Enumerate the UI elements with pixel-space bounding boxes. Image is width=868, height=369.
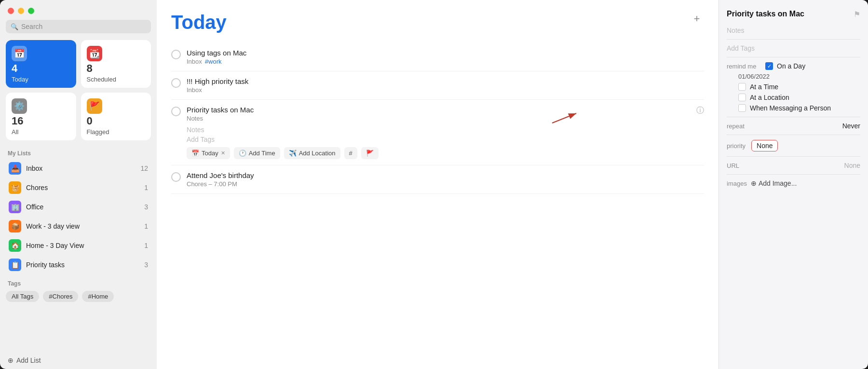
inbox-count: 12: [140, 164, 148, 172]
task-complete-3[interactable]: [171, 107, 181, 116]
search-input[interactable]: Search: [21, 23, 42, 30]
add-location-chip[interactable]: ✈️ Add Location: [284, 147, 340, 159]
clock-icon: 🕐: [239, 150, 246, 157]
sidebar-item-work3day[interactable]: 📦 Work - 3 day view 1: [4, 217, 153, 236]
page-title: Today: [171, 12, 227, 33]
task-body-3: Priority tasks on Mac Notes: [187, 106, 691, 122]
detail-tags-value[interactable]: Add Tags: [727, 44, 860, 52]
images-row: images ⊕ Add Image...: [727, 175, 860, 192]
smart-list-scheduled[interactable]: 📆 8 Scheduled: [81, 40, 151, 88]
sidebar-item-inbox[interactable]: 📥 Inbox 12: [4, 159, 153, 178]
add-time-label: Add Time: [249, 150, 275, 157]
task-complete-2[interactable]: [171, 78, 181, 88]
scheduled-count: 8: [87, 63, 146, 74]
office-count: 3: [144, 203, 148, 211]
tags-placeholder[interactable]: Add Tags: [187, 136, 704, 143]
remind-on-day-label[interactable]: On a Day: [777, 62, 805, 70]
priority-icon: 📋: [9, 259, 21, 271]
detail-flag-button[interactable]: ⚑: [854, 10, 860, 19]
minimize-button[interactable]: [18, 8, 24, 14]
repeat-value[interactable]: Never: [842, 122, 860, 130]
today-chip-close[interactable]: ✕: [221, 150, 225, 156]
search-bar[interactable]: 🔍 Search: [6, 20, 151, 33]
sidebar-item-home3day[interactable]: 🏠 Home - 3 Day View 1: [4, 236, 153, 255]
inbox-icon: 📥: [9, 162, 21, 175]
add-time-chip[interactable]: 🕐 Add Time: [234, 147, 280, 159]
task-tag-1[interactable]: #work: [205, 58, 222, 65]
task-sub-4: Chores – 7:00 PM: [187, 180, 704, 188]
task-title-3[interactable]: Priority tasks on Mac: [187, 106, 691, 114]
remind-date: 01/06/2022: [738, 73, 860, 80]
smart-list-all[interactable]: ⚙️ 16 All: [6, 93, 76, 140]
sidebar: 🔍 Search 📅 4 Today 📆 8 Scheduled ⚙️ 16 A…: [0, 0, 157, 369]
detail-panel: Priority tasks on Mac ⚑ Notes Add Tags r…: [719, 0, 868, 369]
at-time-checkbox[interactable]: [738, 83, 746, 91]
smart-lists: 📅 4 Today 📆 8 Scheduled ⚙️ 16 All 🚩 0 Fl…: [0, 40, 157, 147]
task-complete-4[interactable]: [171, 172, 181, 182]
today-chip[interactable]: 📅 Today ✕: [187, 147, 230, 159]
detail-repeat-row: repeat Never: [727, 117, 860, 135]
main-content: Today + Using tags on Mac Inbox #work: [157, 0, 719, 369]
at-location-label[interactable]: At a Location: [750, 94, 789, 101]
priority-count: 3: [144, 261, 148, 269]
url-value: None: [844, 162, 860, 169]
all-count: 16: [12, 116, 70, 126]
my-lists-header: My Lists: [0, 147, 157, 159]
remind-at-time-row: At a Time: [738, 83, 860, 91]
add-location-label: Add Location: [299, 150, 336, 157]
at-time-label[interactable]: At a Time: [750, 83, 778, 91]
detail-notes-field: Notes: [727, 22, 860, 40]
search-icon: 🔍: [11, 23, 18, 30]
calendar-icon: 📅: [191, 150, 199, 157]
priority-value[interactable]: None: [751, 140, 778, 151]
task-sub-1: Inbox #work: [187, 58, 704, 65]
messaging-checkbox[interactable]: [738, 104, 746, 112]
detail-notes-value[interactable]: Notes: [727, 27, 860, 34]
messaging-label[interactable]: When Messaging a Person: [750, 104, 831, 112]
sidebar-item-chores[interactable]: 🧺 Chores 1: [4, 178, 153, 197]
scheduled-icon: 📆: [87, 46, 102, 61]
priority-label: priority: [727, 142, 746, 150]
url-row: URL None: [727, 157, 860, 175]
scheduled-label: Scheduled: [87, 76, 146, 83]
task-body-1: Using tags on Mac Inbox #work: [187, 49, 704, 65]
task-complete-1[interactable]: [171, 50, 181, 59]
remind-on-day-checkbox[interactable]: [765, 62, 773, 70]
task-title-1[interactable]: Using tags on Mac: [187, 49, 704, 57]
task-info-icon-3[interactable]: ⓘ: [696, 106, 704, 116]
flag-chip[interactable]: 🚩: [361, 147, 379, 159]
flagged-count: 0: [87, 116, 146, 126]
close-button[interactable]: [8, 8, 14, 14]
tag-all[interactable]: All Tags: [6, 291, 39, 302]
images-label: images: [727, 180, 747, 187]
hashtag-chip[interactable]: #: [344, 147, 357, 159]
inbox-label: Inbox: [26, 164, 136, 172]
home3day-count: 1: [144, 242, 148, 249]
sidebar-item-office[interactable]: 🏢 Office 3: [4, 197, 153, 217]
chores-count: 1: [144, 184, 148, 191]
maximize-button[interactable]: [28, 8, 34, 14]
smart-list-flagged[interactable]: 🚩 0 Flagged: [81, 93, 151, 140]
add-list-button[interactable]: ⊕ Add List: [0, 352, 157, 369]
add-image-button[interactable]: ⊕ Add Image...: [751, 179, 797, 187]
tag-home[interactable]: #Home: [82, 291, 114, 302]
task-list-1: Inbox: [187, 58, 202, 65]
tag-chores[interactable]: #Chores: [43, 291, 78, 302]
add-task-button[interactable]: +: [690, 12, 704, 26]
work3day-count: 1: [144, 222, 148, 230]
at-location-checkbox[interactable]: [738, 94, 746, 101]
detail-header: Priority tasks on Mac ⚑: [727, 10, 860, 19]
task-title-2[interactable]: !!! High priority task: [187, 77, 704, 85]
hashtag-icon: #: [349, 150, 353, 157]
smart-list-today[interactable]: 📅 4 Today: [6, 40, 76, 88]
today-chip-label: Today: [202, 150, 218, 157]
task-row-2: !!! High priority task Inbox: [171, 77, 704, 94]
task-title-4[interactable]: Attend Joe's birthday: [187, 171, 704, 179]
remind-sub-options: At a Time At a Location When Messaging a…: [727, 83, 860, 112]
url-label: URL: [727, 162, 739, 169]
add-image-label: Add Image...: [759, 179, 797, 187]
sidebar-item-priority[interactable]: 📋 Priority tasks 3: [4, 255, 153, 274]
tags-header: Tags: [6, 280, 151, 287]
flagged-icon: 🚩: [87, 98, 102, 114]
notes-placeholder[interactable]: Notes: [187, 126, 704, 134]
